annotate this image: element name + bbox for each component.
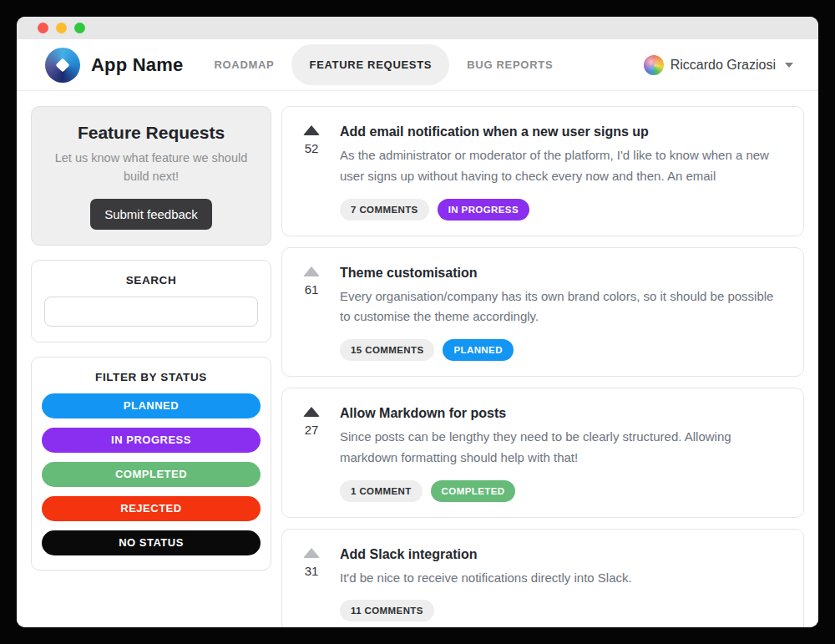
comments-badge: 11 COMMENTS	[340, 600, 434, 621]
window-titlebar	[17, 17, 818, 39]
request-body: Add email notification when a new user s…	[340, 123, 787, 221]
browser-window: App Name ROADMAPFEATURE REQUESTSBUG REPO…	[17, 17, 818, 627]
nav-links: ROADMAPFEATURE REQUESTSBUG REPORTS	[196, 44, 570, 85]
status-filter-pill[interactable]: COMPLETED	[42, 462, 261, 487]
request-title: Add email notification when a new user s…	[340, 123, 787, 139]
status-badge: PLANNED	[443, 339, 513, 361]
nav-tab[interactable]: ROADMAP	[196, 44, 291, 85]
page-content: Feature Requests Let us know what featur…	[17, 91, 818, 627]
status-filter-pill[interactable]: PLANNED	[42, 393, 261, 418]
user-menu[interactable]: Riccardo Graziosi	[644, 55, 793, 75]
request-description: Since posts can be lengthy they need to …	[340, 427, 787, 469]
nav-tab[interactable]: BUG REPORTS	[449, 44, 570, 85]
top-navbar: App Name ROADMAPFEATURE REQUESTSBUG REPO…	[17, 39, 818, 91]
filter-label: FILTER BY STATUS	[42, 371, 261, 383]
vote-column: 31	[299, 545, 324, 622]
window-zoom-button[interactable]	[74, 23, 85, 33]
status-filter-list: PLANNEDIN PROGRESSCOMPLETEDREJECTEDNO ST…	[42, 393, 261, 555]
request-body: Allow Markdown for posts Since posts can…	[340, 404, 787, 502]
request-body: Add Slack integration It'd be nice to re…	[340, 545, 787, 622]
badge-row: 1 COMMENT COMPLETED	[340, 480, 787, 502]
search-label: SEARCH	[44, 274, 258, 287]
window-close-button[interactable]	[38, 23, 48, 33]
nav-tab[interactable]: FEATURE REQUESTS	[291, 44, 449, 85]
page-title: Feature Requests	[43, 123, 259, 143]
vote-column: 61	[299, 264, 324, 362]
request-description: It'd be nice to receive notifications di…	[340, 568, 787, 589]
app-logo-icon	[45, 48, 80, 83]
status-badge: COMPLETED	[431, 480, 516, 502]
upvote-icon[interactable]	[303, 407, 320, 417]
comments-badge: 1 COMMENT	[340, 480, 423, 502]
request-list: 52 Add email notification when a new use…	[281, 106, 804, 627]
request-title: Allow Markdown for posts	[340, 404, 787, 421]
submit-feedback-button[interactable]: Submit feedback	[90, 199, 212, 230]
page-subtitle: Let us know what feature we should build…	[51, 150, 251, 186]
vote-column: 52	[299, 123, 324, 221]
request-card[interactable]: 27 Allow Markdown for posts Since posts …	[281, 388, 804, 518]
status-filter-pill[interactable]: NO STATUS	[42, 530, 261, 555]
request-body: Theme customisation Every organisation/c…	[340, 264, 787, 362]
vote-count: 31	[305, 564, 319, 578]
upvote-icon[interactable]	[303, 548, 320, 558]
user-avatar	[644, 55, 664, 75]
window-minimize-button[interactable]	[56, 23, 67, 33]
upvote-icon[interactable]	[303, 266, 320, 276]
request-card[interactable]: 61 Theme customisation Every organisatio…	[281, 247, 804, 378]
vote-count: 27	[305, 423, 319, 437]
app-name: App Name	[91, 54, 183, 76]
comments-badge: 7 COMMENTS	[340, 199, 429, 221]
search-input[interactable]	[44, 297, 258, 327]
sidebar: Feature Requests Let us know what featur…	[31, 106, 271, 627]
request-title: Add Slack integration	[340, 545, 787, 562]
search-panel: SEARCH	[31, 260, 271, 342]
request-description: Every organisation/company has its own b…	[340, 287, 787, 328]
vote-count: 52	[305, 141, 319, 155]
status-filter-pill[interactable]: REJECTED	[42, 496, 261, 521]
badge-row: 7 COMMENTS IN PROGRESS	[340, 199, 787, 221]
request-card[interactable]: 52 Add email notification when a new use…	[281, 106, 804, 236]
vote-count: 61	[305, 282, 319, 297]
status-badge: IN PROGRESS	[438, 199, 529, 221]
filter-panel: FILTER BY STATUS PLANNEDIN PROGRESSCOMPL…	[31, 357, 271, 570]
app-brand[interactable]: App Name	[45, 48, 183, 83]
badge-row: 15 COMMENTS PLANNED	[340, 339, 787, 361]
chevron-down-icon	[785, 63, 793, 68]
request-card[interactable]: 31 Add Slack integration It'd be nice to…	[281, 529, 804, 628]
comments-badge: 15 COMMENTS	[340, 339, 434, 361]
request-title: Theme customisation	[340, 264, 787, 281]
status-filter-pill[interactable]: IN PROGRESS	[42, 428, 261, 453]
vote-column: 27	[299, 404, 324, 502]
user-name: Riccardo Graziosi	[671, 58, 776, 73]
badge-row: 11 COMMENTS	[340, 600, 787, 621]
intro-panel: Feature Requests Let us know what featur…	[31, 106, 271, 246]
request-description: As the administrator or moderator of the…	[340, 145, 787, 187]
upvote-icon[interactable]	[303, 125, 320, 135]
